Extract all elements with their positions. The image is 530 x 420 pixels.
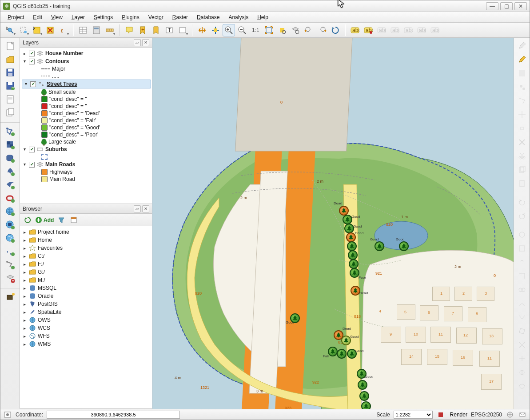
add-wfs-button[interactable]: [4, 232, 16, 244]
menu-database[interactable]: Database: [192, 12, 224, 22]
print-composer-button[interactable]: [4, 93, 16, 105]
layers-panel-header[interactable]: Layers ▱ ✕: [20, 38, 152, 48]
remove-layer-button[interactable]: [4, 272, 16, 284]
menu-project[interactable]: Project: [3, 12, 28, 22]
add-wcs-button[interactable]: [4, 219, 16, 231]
layer-item[interactable]: Street Trees: [22, 80, 151, 88]
browser-item[interactable]: Favourites: [22, 244, 151, 252]
adv-digitize-8[interactable]: [516, 325, 528, 337]
new-project-button[interactable]: [4, 40, 16, 52]
label-tool-3-button[interactable]: abc: [375, 24, 388, 36]
render-checkbox-label[interactable]: Render: [449, 412, 467, 418]
layer-symbol-item[interactable]: .....: [29, 72, 151, 80]
add-wms-button[interactable]: [4, 205, 16, 218]
zoom-full-button[interactable]: [263, 24, 275, 36]
layer-symbol-item[interactable]: "cond_desc" = '': [29, 96, 151, 103]
undock-browser-icon[interactable]: ▱: [134, 205, 141, 212]
menu-layer[interactable]: Layer: [67, 12, 89, 22]
select-features-button[interactable]: [17, 24, 30, 36]
label-tool-4-button[interactable]: abc: [389, 24, 401, 36]
zoom-next-button[interactable]: [316, 24, 328, 36]
label-tool-7-button[interactable]: abc: [429, 24, 441, 36]
layer-symbol-item[interactable]: Major: [29, 65, 151, 72]
paste-button[interactable]: [516, 177, 528, 190]
zoom-out-button[interactable]: [236, 24, 248, 36]
collapse-browser-button[interactable]: [69, 215, 79, 225]
open-project-button[interactable]: [4, 53, 16, 65]
browser-item[interactable]: Project home: [22, 228, 151, 236]
save-edits-button[interactable]: [516, 67, 528, 80]
browser-item[interactable]: OWS: [22, 316, 151, 324]
layer-symbol-item[interactable]: Highways: [29, 168, 151, 176]
layer-symbol-item[interactable]: Main Road: [29, 176, 151, 183]
cut-button[interactable]: [516, 150, 528, 162]
edit-toggle-button[interactable]: [516, 40, 528, 52]
add-point-button[interactable]: [516, 81, 528, 93]
select-by-rect-button[interactable]: [31, 24, 43, 36]
refresh-button[interactable]: [329, 24, 342, 36]
undock-icon[interactable]: ▱: [134, 39, 141, 46]
adv-digitize-7[interactable]: [516, 311, 528, 324]
label-tool-6-button[interactable]: abc: [415, 24, 428, 36]
field-calc-button[interactable]: [90, 24, 103, 36]
browser-item[interactable]: Oracle: [22, 292, 151, 300]
refresh-browser-button[interactable]: [23, 215, 32, 225]
scale-select[interactable]: 1:2282: [394, 411, 433, 419]
zoom-layer-button[interactable]: [289, 24, 302, 36]
layer-symbol-item[interactable]: [29, 153, 151, 160]
adv-digitize-10[interactable]: [516, 352, 528, 365]
close-browser-icon[interactable]: ✕: [142, 205, 149, 212]
layer-item[interactable]: House Number: [22, 49, 151, 57]
minimize-button[interactable]: —: [486, 2, 498, 10]
close-button[interactable]: ✕: [514, 2, 527, 10]
browser-item[interactable]: WCS: [22, 324, 151, 332]
save-project-button[interactable]: [4, 66, 16, 79]
menu-analysis[interactable]: Analysis: [224, 12, 253, 22]
browser-item[interactable]: PostGIS: [22, 300, 151, 308]
deselect-button[interactable]: [44, 24, 56, 36]
browser-item[interactable]: C:/: [22, 252, 151, 260]
menu-help[interactable]: Help: [253, 12, 273, 22]
browser-item[interactable]: WMS: [22, 340, 151, 348]
menu-settings[interactable]: Settings: [89, 12, 117, 22]
label-tool-5-button[interactable]: abc: [402, 24, 414, 36]
adv-digitize-5[interactable]: [516, 284, 528, 296]
menu-edit[interactable]: Edit: [28, 12, 47, 22]
attribute-table-button[interactable]: [77, 24, 89, 36]
browser-item[interactable]: MSSQL: [22, 284, 151, 292]
adv-digitize-2[interactable]: [516, 242, 528, 255]
menu-vector[interactable]: Vector: [144, 12, 168, 22]
add-delimited-button[interactable]: ,,: [4, 245, 16, 258]
zoom-native-button[interactable]: 1:1: [249, 24, 262, 36]
add-vector-button[interactable]: [4, 125, 16, 138]
label-tool-1-button[interactable]: abc: [349, 24, 361, 36]
menu-plugins[interactable]: Plugins: [117, 12, 143, 22]
map-canvas[interactable]: 1 2 3 4 5 6 7 8 9 10 11 12 13 14 15 16 1…: [152, 38, 514, 409]
save-as-button[interactable]: +: [4, 80, 16, 92]
browser-item[interactable]: F:/: [22, 260, 151, 268]
identify-button[interactable]: [4, 24, 16, 36]
browser-tree[interactable]: Project homeHomeFavouritesC:/F:/G:/M:/MS…: [20, 226, 152, 408]
filter-browser-button[interactable]: [56, 215, 66, 225]
maximize-button[interactable]: ▢: [500, 2, 513, 10]
move-feature-button[interactable]: [516, 108, 528, 121]
layer-symbol-item[interactable]: "cond_desc" = 'Fair': [29, 117, 151, 124]
measure-button[interactable]: [104, 24, 116, 36]
layer-symbol-item[interactable]: "cond_desc" = 'Good': [29, 124, 151, 131]
messages-button[interactable]: [518, 411, 527, 419]
add-feature-button[interactable]: [516, 95, 528, 107]
zoom-selection-button[interactable]: [276, 24, 288, 36]
zoom-in-button[interactable]: [223, 24, 235, 36]
node-tool-button[interactable]: [516, 122, 528, 135]
adv-digitize-6[interactable]: [516, 297, 528, 310]
browser-panel-header[interactable]: Browser ▱ ✕: [20, 204, 152, 214]
undo-button[interactable]: [516, 196, 528, 208]
menu-raster[interactable]: Raster: [168, 12, 192, 22]
menu-view[interactable]: View: [47, 12, 67, 22]
bookmark-new-button[interactable]: +: [136, 24, 149, 36]
add-oracle-button[interactable]: [4, 192, 16, 204]
toggle-extents-button[interactable]: [3, 411, 12, 419]
gps-button[interactable]: [4, 291, 16, 304]
browser-item[interactable]: M:/: [22, 276, 151, 284]
label-tool-2-button[interactable]: abc: [362, 24, 375, 36]
